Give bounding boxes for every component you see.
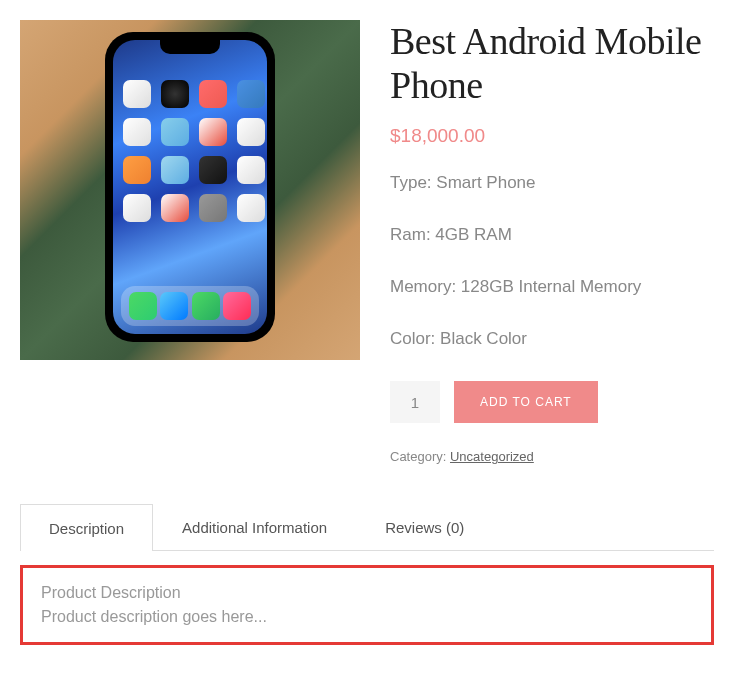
phone-device-illustration xyxy=(105,32,275,342)
description-heading: Product Description xyxy=(41,584,693,602)
add-to-cart-button[interactable]: ADD TO CART xyxy=(454,381,598,423)
category-link[interactable]: Uncategorized xyxy=(450,449,534,464)
quantity-input[interactable] xyxy=(390,381,440,423)
description-body: Product description goes here... xyxy=(41,608,693,626)
category-line: Category: Uncategorized xyxy=(390,449,714,464)
product-title: Best Android Mo­bile Phone xyxy=(390,20,714,107)
product-image[interactable] xyxy=(20,20,360,360)
tabs: Description Additional Information Revie… xyxy=(20,504,714,645)
product-price: $18,000.00 xyxy=(390,125,714,147)
category-label: Category: xyxy=(390,449,450,464)
spec-list: Type: Smart Phone Ram: 4GB RAM Memory: 1… xyxy=(390,173,714,349)
product-details: Best Android Mo­bile Phone $18,000.00 Ty… xyxy=(390,20,714,464)
tab-reviews[interactable]: Reviews (0) xyxy=(356,504,493,550)
spec-type: Type: Smart Phone xyxy=(390,173,714,193)
spec-color: Color: Black Color xyxy=(390,329,714,349)
tab-description[interactable]: Description xyxy=(20,504,153,551)
tab-panel-description: Product Description Product description … xyxy=(20,565,714,645)
spec-ram: Ram: 4GB RAM xyxy=(390,225,714,245)
cart-row: ADD TO CART xyxy=(390,381,714,423)
product-row: Best Android Mo­bile Phone $18,000.00 Ty… xyxy=(20,20,714,464)
tab-additional-information[interactable]: Additional Information xyxy=(153,504,356,550)
spec-memory: Memory: 128GB Internal Memory xyxy=(390,277,714,297)
tabs-header: Description Additional Information Revie… xyxy=(20,504,714,551)
product-gallery xyxy=(20,20,360,464)
